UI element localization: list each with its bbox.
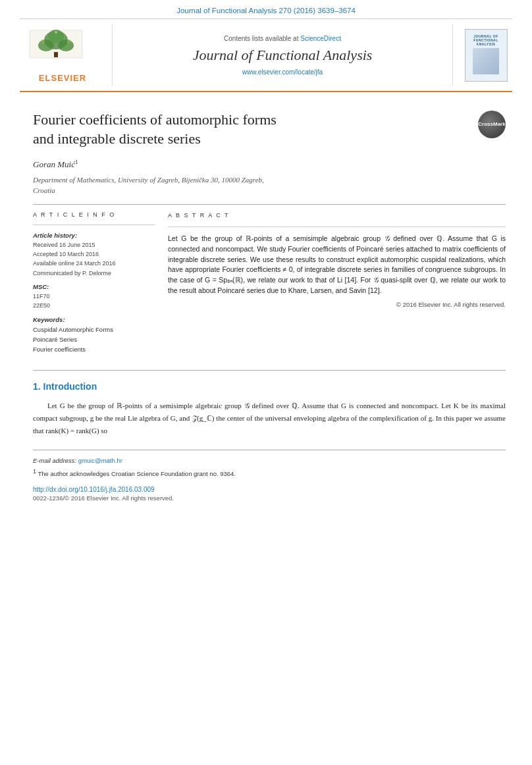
- history-group: Article history: Received 16 June 2015 A…: [33, 232, 155, 278]
- journal-title-header: Journal of Functional Analysis: [193, 47, 373, 64]
- journal-citation: Journal of Functional Analysis 270 (2016…: [176, 7, 356, 14]
- header-right-logo-area: JOURNAL OFFUNCTIONALANALYSIS: [460, 24, 512, 86]
- email-footnote: E-mail address: gmuic@math.hr: [33, 456, 506, 466]
- jfa-cover-image: [473, 48, 499, 74]
- affiliation: Department of Mathematics, University of…: [33, 174, 506, 196]
- author-superscript: 1: [75, 159, 78, 165]
- available-line: Available online 24 March 2016: [33, 259, 155, 268]
- abstract-divider-top: [168, 226, 506, 227]
- msc1-line: 11F70: [33, 292, 155, 301]
- elsevier-logo: [26, 27, 99, 73]
- divider-after-affiliation: [33, 204, 506, 205]
- received-line: Received 16 June 2015: [33, 240, 155, 250]
- abstract-heading: A B S T R A C T: [168, 211, 506, 221]
- elsevier-wordmark: ELSEVIER: [39, 73, 86, 83]
- keyword3: Fourier coefficients: [33, 344, 155, 354]
- issn-line: 0022-1236/© 2016 Elsevier Inc. All right…: [33, 494, 506, 502]
- article-title-block: Fourier coefficients of automorphic form…: [33, 111, 506, 148]
- msc-group: MSC: 11F70 22E50: [33, 283, 155, 311]
- svg-point-8: [55, 31, 57, 34]
- email-address[interactable]: gmuic@math.hr: [78, 457, 122, 464]
- elsevier-tree-svg: [26, 27, 86, 63]
- info-abstract-section: A R T I C L E I N F O Article history: R…: [33, 211, 506, 360]
- introduction-paragraph: Let G be the group of ℝ-points of a semi…: [33, 400, 506, 436]
- keyword1: Cuspidal Automorphic Forms: [33, 325, 155, 334]
- introduction-section-title: 1. Introduction: [33, 381, 506, 392]
- abstract-copyright: © 2016 Elsevier Inc. All rights reserved…: [168, 300, 506, 309]
- header-center: Contents lists available at ScienceDirec…: [112, 24, 453, 86]
- author-line: Goran Muić1: [33, 159, 506, 170]
- keywords-label: Keywords:: [33, 316, 155, 323]
- msc-label: MSC:: [33, 283, 155, 290]
- email-label: E-mail address:: [33, 457, 76, 464]
- svg-point-6: [41, 40, 45, 43]
- header-bar: ELSEVIER Contents lists available at Sci…: [20, 18, 512, 92]
- contents-available-label: Contents lists available at ScienceDirec…: [224, 35, 341, 42]
- abstract-column: A B S T R A C T Let G be the group of ℝ-…: [168, 211, 506, 360]
- footnote-area: E-mail address: gmuic@math.hr 1 The auth…: [33, 450, 506, 501]
- jfa-cover-thumbnail: JOURNAL OFFUNCTIONALANALYSIS: [465, 29, 508, 82]
- acknowledgement-footnote: 1 The author acknowledges Croatian Scien…: [33, 467, 506, 479]
- svg-rect-1: [54, 52, 58, 57]
- article-title-text: Fourier coefficients of automorphic form…: [33, 111, 471, 148]
- journal-top-link[interactable]: Journal of Functional Analysis 270 (2016…: [0, 0, 532, 18]
- article-info-heading: A R T I C L E I N F O: [33, 211, 155, 218]
- accepted-line: Accepted 10 March 2016: [33, 250, 155, 259]
- msc2-line: 22E50: [33, 301, 155, 310]
- keyword2: Poincaré Series: [33, 334, 155, 344]
- keywords-group: Keywords: Cuspidal Automorphic Forms Poi…: [33, 316, 155, 355]
- article-info-column: A R T I C L E I N F O Article history: R…: [33, 211, 155, 360]
- abstract-text: Let G be the group of ℝ-points of a semi…: [168, 234, 506, 296]
- svg-point-7: [67, 40, 71, 43]
- sciencedirect-link[interactable]: ScienceDirect: [300, 35, 341, 42]
- journal-url[interactable]: www.elsevier.com/locate/jfa: [242, 68, 323, 76]
- author-name: Goran Muić: [33, 160, 75, 170]
- history-label: Article history:: [33, 232, 155, 239]
- crossmark-badge[interactable]: CrossMark: [478, 111, 506, 138]
- elsevier-logo-area: ELSEVIER: [20, 24, 105, 86]
- info-divider-top: [33, 224, 155, 225]
- section-divider: [33, 370, 506, 371]
- doi-link[interactable]: http://dx.doi.org/10.1016/j.jfa.2016.03.…: [33, 486, 506, 493]
- communicated-line: Communicated by P. Delorme: [33, 269, 155, 278]
- page: Journal of Functional Analysis 270 (2016…: [0, 0, 532, 765]
- article-content: Fourier coefficients of automorphic form…: [0, 92, 532, 515]
